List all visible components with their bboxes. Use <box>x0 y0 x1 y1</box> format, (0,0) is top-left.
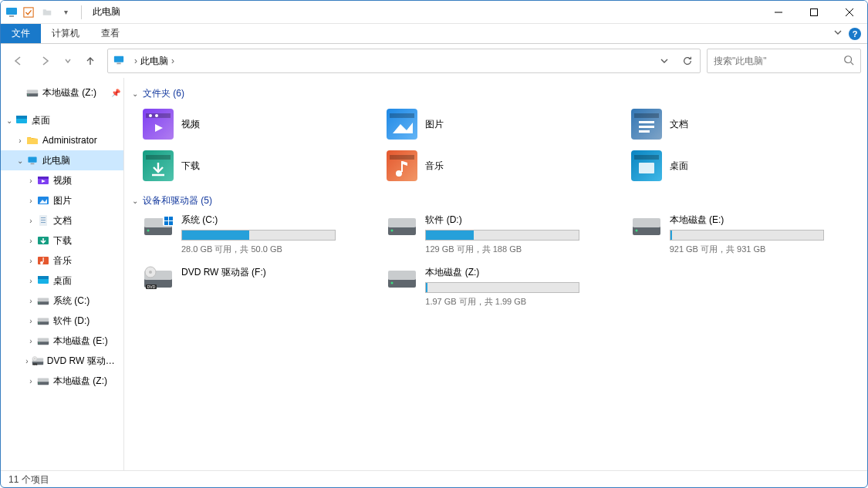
tree-item-label: 软件 (D:) <box>53 315 90 328</box>
group-header-label: 文件夹 (6) <box>143 87 184 100</box>
window-title: 此电脑 <box>93 5 120 19</box>
folder-item[interactable]: 视频 <box>143 106 371 142</box>
chevron-icon[interactable]: › <box>22 357 32 365</box>
chevron-icon[interactable]: › <box>25 217 36 225</box>
search-input[interactable] <box>714 56 843 66</box>
svg-rect-74 <box>169 221 173 225</box>
chevron-right-icon[interactable]: › <box>171 56 174 66</box>
drive-item[interactable]: DVDDVD RW 驱动器 (F:) <box>143 266 371 308</box>
group-header-folders[interactable]: ⌄ 文件夹 (6) <box>132 87 860 100</box>
chevron-icon[interactable]: › <box>25 297 36 305</box>
tree-item-label: 本地磁盘 (Z:) <box>53 375 107 388</box>
folder-icon <box>25 134 39 146</box>
folder-item[interactable]: 文档 <box>631 106 860 142</box>
tree-item[interactable]: ⌄此电脑 <box>1 150 123 170</box>
address-bar[interactable]: › 此电脑 › <box>107 49 701 73</box>
qat-chevron-icon[interactable]: ▾ <box>58 5 73 20</box>
folder-icon[interactable] <box>39 5 55 20</box>
chevron-down-icon[interactable]: ⌄ <box>132 197 138 205</box>
downloads-icon <box>143 150 174 181</box>
chevron-icon[interactable]: › <box>15 136 25 145</box>
history-chevron-icon[interactable] <box>655 52 674 70</box>
titlebar-left: ▾ 此电脑 <box>1 5 120 20</box>
group-header-drives[interactable]: ⌄ 设备和驱动器 (5) <box>132 194 860 207</box>
refresh-button[interactable] <box>678 52 697 70</box>
tree-item[interactable]: ›Administrator <box>1 130 123 150</box>
tree-item[interactable]: 本地磁盘 (Z:)📌 <box>1 82 123 103</box>
tree-item-label: 图片 <box>53 194 72 207</box>
tree-item[interactable]: ›DVDDVD RW 驱动器 (F:) <box>1 351 123 371</box>
close-button[interactable] <box>832 1 867 24</box>
tree-item[interactable]: ›文档 <box>1 210 123 231</box>
back-button[interactable] <box>7 50 29 72</box>
chevron-icon[interactable]: › <box>25 237 36 245</box>
chevron-icon[interactable]: › <box>25 277 36 285</box>
tab-view[interactable]: 查看 <box>90 24 130 43</box>
minimize-button[interactable] <box>761 1 796 24</box>
drive-label: DVD RW 驱动器 (F:) <box>181 266 371 279</box>
svg-rect-8 <box>117 63 120 65</box>
breadcrumb[interactable]: 此电脑 <box>140 55 168 68</box>
svg-rect-66 <box>639 163 654 173</box>
folder-item[interactable]: 下载 <box>143 148 371 183</box>
drive-item[interactable]: 本地磁盘 (Z:)1.97 GB 可用，共 1.99 GB <box>387 266 615 308</box>
videos-icon <box>36 174 50 187</box>
tree-item-label: Administrator <box>42 135 97 146</box>
svg-rect-71 <box>164 217 168 220</box>
svg-point-13 <box>28 94 29 95</box>
chevron-down-icon[interactable]: ⌄ <box>132 89 138 98</box>
svg-rect-57 <box>634 113 659 118</box>
svg-rect-0 <box>6 8 17 15</box>
chevron-icon[interactable]: ⌄ <box>15 156 25 165</box>
folder-item[interactable]: 音乐 <box>387 148 615 183</box>
videos-icon <box>143 109 174 140</box>
tree-item[interactable]: ›本地磁盘 (Z:) <box>1 371 123 391</box>
search-box[interactable] <box>707 49 861 73</box>
svg-rect-55 <box>390 113 414 118</box>
chevron-icon[interactable]: › <box>25 177 36 185</box>
drive-item[interactable]: 系统 (C:)28.0 GB 可用，共 50.0 GB <box>143 214 371 255</box>
separator <box>81 5 82 19</box>
recent-locations-button[interactable] <box>62 50 73 72</box>
tree-item[interactable]: ›下载 <box>1 231 123 251</box>
chevron-icon[interactable]: › <box>25 337 36 345</box>
disk-icon <box>36 335 50 347</box>
capacity-bar <box>181 230 336 241</box>
tree-item[interactable]: ›音乐 <box>1 251 123 271</box>
tree-item-label: 下载 <box>53 234 72 247</box>
navigation-pane[interactable]: 本地磁盘 (Z:)📌⌄桌面›Administrator⌄此电脑›视频›图片›文档… <box>1 78 124 470</box>
folder-label: 文档 <box>670 118 688 131</box>
help-icon[interactable]: ? <box>849 28 861 40</box>
tree-item[interactable]: ⌄桌面 <box>1 110 123 130</box>
content-pane[interactable]: ⌄ 文件夹 (6) 视频图片文档下载音乐桌面 ⌄ 设备和驱动器 (5) 系统 (… <box>124 78 867 470</box>
ribbon-collapse-icon[interactable] <box>833 28 843 39</box>
tree-item[interactable]: ›软件 (D:) <box>1 311 123 331</box>
tab-file[interactable]: 文件 <box>1 24 41 43</box>
quick-access-save-icon[interactable] <box>21 5 36 20</box>
chevron-icon[interactable]: › <box>25 197 36 205</box>
chevron-icon[interactable]: ⌄ <box>4 116 15 125</box>
chevron-right-icon[interactable]: › <box>134 56 137 66</box>
tree-item[interactable]: ›桌面 <box>1 271 123 291</box>
forward-button[interactable] <box>35 50 56 72</box>
disk-icon <box>25 86 39 99</box>
tree-item[interactable]: ›本地磁盘 (E:) <box>1 331 123 351</box>
drive-item[interactable]: 本地磁盘 (E:)921 GB 可用，共 931 GB <box>631 214 860 255</box>
tab-computer[interactable]: 计算机 <box>41 24 90 43</box>
maximize-button[interactable] <box>796 1 832 24</box>
tree-item[interactable]: ›图片 <box>1 190 123 210</box>
search-icon[interactable] <box>843 55 854 68</box>
svg-rect-40 <box>38 338 49 342</box>
folder-item[interactable]: 图片 <box>387 106 615 142</box>
drive-item[interactable]: 软件 (D:)129 GB 可用，共 188 GB <box>387 214 615 255</box>
desktop-icon <box>631 150 662 181</box>
drive-label: 本地磁盘 (E:) <box>670 214 860 227</box>
chevron-icon[interactable]: › <box>25 257 36 265</box>
chevron-icon[interactable]: › <box>25 317 36 325</box>
tree-item[interactable]: ›系统 (C:) <box>1 291 123 311</box>
svg-point-35 <box>39 302 39 303</box>
chevron-icon[interactable]: › <box>25 377 36 385</box>
tree-item[interactable]: ›视频 <box>1 170 123 190</box>
folder-item[interactable]: 桌面 <box>631 148 860 183</box>
up-button[interactable] <box>79 50 101 72</box>
